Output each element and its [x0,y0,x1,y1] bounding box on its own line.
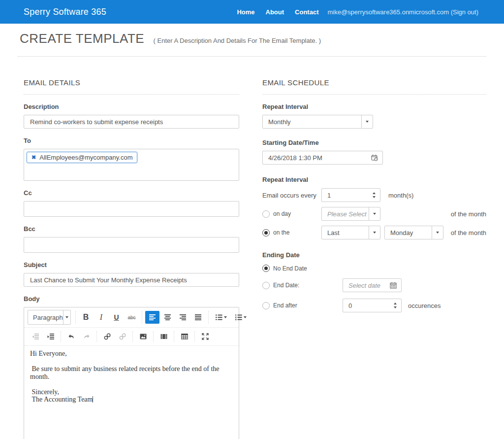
nav-home[interactable]: Home [237,8,254,16]
starting-datetime-input[interactable]: 4/26/2018 1:30 PM [262,151,383,165]
cc-input[interactable] [24,201,239,217]
on-day-radio[interactable] [262,210,270,218]
remove-recipient-icon[interactable]: ✖ [32,154,36,161]
body-editor-content[interactable]: Hi Everyone, Be sure to submit any busin… [24,346,239,439]
bullet-list-icon [216,314,222,321]
end-date-radio[interactable] [262,282,270,289]
weekday-dropdown[interactable]: Monday [384,226,443,239]
bold-button[interactable]: B [79,311,93,324]
insert-media-button[interactable] [157,330,171,343]
on-day-label: on day [273,210,291,217]
outdent-button[interactable] [28,330,42,343]
indent-icon [47,333,54,340]
strikethrough-button[interactable]: abc [125,311,139,324]
underline-button[interactable]: U [109,311,124,324]
italic-icon: I [100,313,102,322]
link-icon [104,333,111,340]
subject-value: Last Chance to Submit Your Monthly Expen… [30,276,187,284]
chevron-down-icon[interactable] [369,207,380,220]
redo-button[interactable] [79,330,94,343]
body-line: Hi Everyone, [30,350,233,358]
ordinal-value: Last [322,229,369,236]
spinner-down-icon[interactable] [394,306,397,308]
bcc-input[interactable] [24,237,239,253]
on-day-row: on day Please Select of the month [262,207,486,221]
no-end-date-radio[interactable] [262,265,270,272]
body-editor: Paragraph B I U abc [24,307,239,439]
calendar-icon[interactable] [390,282,397,289]
chevron-down-icon[interactable] [361,115,373,128]
insert-link-button[interactable] [100,330,114,343]
ordinal-dropdown[interactable]: Last [321,226,380,239]
align-justify-button[interactable] [191,311,205,324]
description-input[interactable]: Remind co-workers to submit expense rece… [24,115,239,129]
subject-label: Subject [24,261,239,269]
nav-contact[interactable]: Contact [295,8,318,16]
paragraph-format-dropdown[interactable]: Paragraph [28,310,71,325]
occurs-every-row: Email occurs every 1 month(s) [262,188,486,202]
interval-count-stepper[interactable]: 1 [321,188,380,202]
fullscreen-button[interactable] [198,330,212,343]
chevron-down-icon[interactable] [63,310,70,324]
spinner-up-icon[interactable] [394,303,397,304]
spinner-up-icon[interactable] [373,192,376,194]
body-line-with-cursor: The Accounting Team [30,396,233,404]
starting-datetime-value: 4/26/2018 1:30 PM [268,154,371,162]
end-date-placeholder: Select date [348,282,390,289]
numbered-list-button[interactable] [231,311,250,324]
calendar-clock-icon[interactable] [371,154,378,161]
paragraph-format-value: Paragraph [28,314,63,321]
to-input[interactable]: ✖ AllEmployees@mycompany.com [24,149,239,181]
nav-account-signout[interactable]: mike@sperrysoftware365.onmicrosoft.com (… [327,8,478,16]
end-after-label: End after [273,302,297,309]
editor-toolbar-row1: Paragraph B I U abc [24,307,239,328]
email-details-heading: EMAIL DETAILS [24,78,239,95]
spinner-down-icon[interactable] [373,196,376,198]
end-date-row: End Date: Select date [262,278,486,292]
repeat-interval-value: Monthly [263,118,361,126]
email-details-section: EMAIL DETAILS Description Remind co-work… [24,78,239,439]
chevron-down-icon[interactable] [432,226,443,239]
brand[interactable]: Sperry Software 365 [24,7,106,17]
insert-table-button[interactable] [177,330,191,343]
page-title: CREATE TEMPLATE [20,31,144,46]
repeat-interval-dropdown[interactable]: Monthly [262,115,373,129]
unlink-icon [119,333,126,340]
occurs-suffix: month(s) [388,192,413,199]
of-the-month-text: of the month [451,210,486,218]
text-cursor [93,396,93,403]
on-the-radio[interactable] [262,229,270,236]
bullet-list-button[interactable] [212,311,230,324]
fullscreen-icon [202,333,209,340]
align-right-button[interactable] [176,311,190,324]
end-after-radio[interactable] [262,302,270,309]
align-center-button[interactable] [160,311,175,324]
nav-about[interactable]: About [266,8,284,16]
subject-input[interactable]: Last Chance to Submit Your Monthly Expen… [24,273,239,287]
align-left-button[interactable] [145,311,159,324]
outdent-icon [32,333,39,340]
indent-button[interactable] [43,330,58,343]
to-recipient-text: AllEmployees@mycompany.com [39,154,132,161]
italic-button[interactable]: I [94,311,108,324]
to-recipient-chip[interactable]: ✖ AllEmployees@mycompany.com [27,152,137,163]
on-day-dropdown[interactable]: Please Select [321,207,380,221]
end-date-input[interactable]: Select date [343,278,402,292]
body-label: Body [24,295,239,303]
align-center-icon [164,314,171,321]
bold-icon: B [83,313,89,322]
chevron-down-icon[interactable] [224,316,227,318]
insert-image-button[interactable] [136,330,150,343]
occurrences-value: 0 [343,302,389,309]
body-line: Be sure to submit any business related r… [30,365,233,380]
chevron-down-icon[interactable] [369,226,380,239]
undo-button[interactable] [64,330,78,343]
occurrences-stepper[interactable]: 0 [343,299,402,312]
bcc-label: Bcc [24,225,239,233]
chevron-down-icon[interactable] [244,316,247,318]
remove-link-button[interactable] [115,330,129,343]
cc-label: Cc [24,189,239,197]
redo-icon [83,333,90,340]
end-date-label: End Date: [273,282,299,289]
align-right-icon [180,314,187,321]
